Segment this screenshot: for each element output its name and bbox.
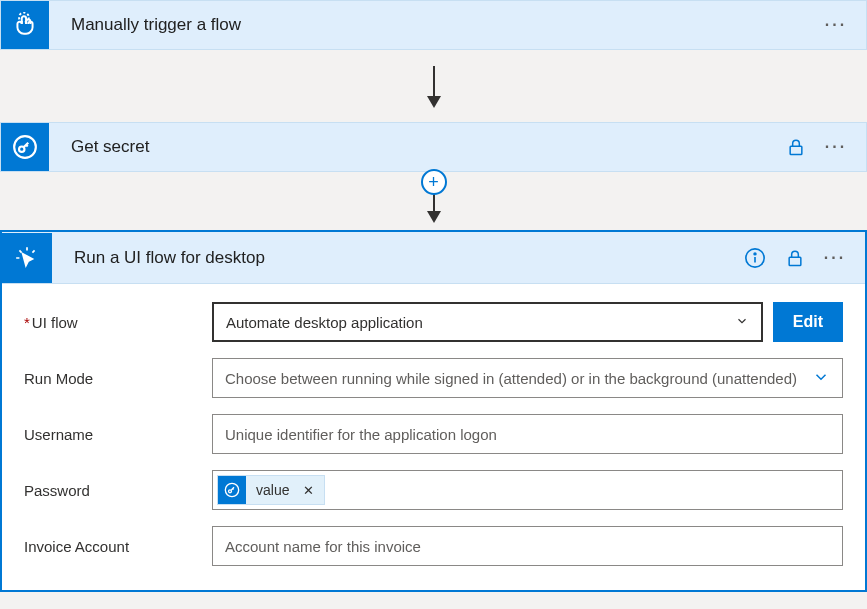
key-icon bbox=[1, 123, 49, 171]
step-run-ui-flow: Run a UI flow for desktop ··· bbox=[0, 230, 867, 592]
connector: + bbox=[0, 172, 867, 230]
runmode-label: Run Mode bbox=[24, 370, 212, 387]
username-input[interactable] bbox=[212, 414, 843, 454]
step-title: Manually trigger a flow bbox=[49, 15, 824, 35]
username-label: Username bbox=[24, 426, 212, 443]
connector bbox=[0, 50, 867, 122]
svg-rect-3 bbox=[790, 146, 802, 154]
touch-icon bbox=[1, 1, 49, 49]
more-icon[interactable]: ··· bbox=[823, 246, 847, 270]
remove-token-icon[interactable]: ✕ bbox=[299, 483, 318, 498]
invoice-label: Invoice Account bbox=[24, 538, 212, 555]
svg-point-9 bbox=[229, 490, 232, 493]
lock-icon[interactable] bbox=[784, 135, 808, 159]
add-step-button[interactable]: + bbox=[421, 169, 447, 195]
chevron-down-icon bbox=[735, 314, 749, 331]
edit-button[interactable]: Edit bbox=[773, 302, 843, 342]
step-manual-trigger[interactable]: Manually trigger a flow ··· bbox=[0, 0, 867, 50]
uiflow-label: *UI flow bbox=[24, 314, 212, 331]
step-title: Run a UI flow for desktop bbox=[52, 248, 743, 268]
step-header[interactable]: Run a UI flow for desktop ··· bbox=[2, 232, 865, 284]
invoice-input[interactable] bbox=[212, 526, 843, 566]
info-icon[interactable] bbox=[743, 246, 767, 270]
cursor-click-icon bbox=[2, 233, 52, 283]
chevron-down-icon bbox=[812, 368, 830, 389]
more-icon[interactable]: ··· bbox=[824, 13, 848, 37]
step-get-secret[interactable]: Get secret ··· bbox=[0, 122, 867, 172]
key-icon bbox=[218, 476, 246, 504]
password-label: Password bbox=[24, 482, 212, 499]
svg-point-2 bbox=[19, 146, 24, 151]
uiflow-select[interactable]: Automate desktop application bbox=[212, 302, 763, 342]
lock-icon[interactable] bbox=[783, 246, 807, 270]
password-input[interactable]: value ✕ bbox=[212, 470, 843, 510]
runmode-select[interactable]: Choose between running while signed in (… bbox=[212, 358, 843, 398]
more-icon[interactable]: ··· bbox=[824, 135, 848, 159]
svg-point-6 bbox=[754, 252, 756, 254]
svg-rect-7 bbox=[789, 257, 801, 265]
dynamic-content-token[interactable]: value ✕ bbox=[217, 475, 325, 505]
step-title: Get secret bbox=[49, 137, 784, 157]
